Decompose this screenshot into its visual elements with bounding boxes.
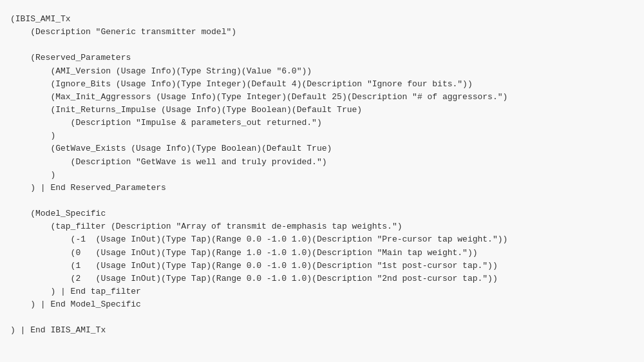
code-content: (IBIS_AMI_Tx (Description "Generic trans… (10, 13, 634, 338)
